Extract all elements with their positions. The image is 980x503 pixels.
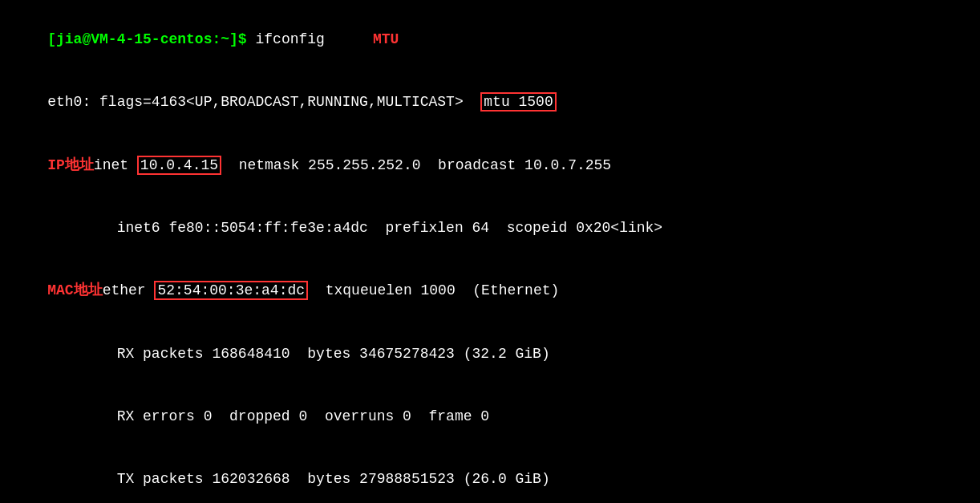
eth0-flags-line: eth0: flags=4163<UP,BROADCAST,RUNNING,MU…	[13, 71, 967, 133]
inet-prefix: inet	[94, 157, 137, 173]
mtu-annotation: MTU	[373, 31, 399, 47]
eth0-rx-errors-text: RX errors 0 dropped 0 overruns 0 frame 0	[47, 408, 489, 424]
mac-label: MAC地址	[47, 282, 102, 298]
mtu-value-boxed: mtu 1500	[480, 92, 556, 112]
eth0-tx-packets-line: TX packets 162032668 bytes 27988851523 (…	[13, 448, 967, 503]
ether-suffix: txqueuelen 1000 (Ethernet)	[308, 282, 559, 298]
ether-prefix: ether	[103, 282, 155, 298]
ip-label: IP地址	[47, 157, 94, 173]
eth0-inet-line: IP地址inet 10.0.4.15 netmask 255.255.252.0…	[13, 134, 967, 197]
prompt: [jia@VM-4-15-centos:~]$	[47, 31, 246, 47]
eth0-flags-text: eth0: flags=4163<UP,BROADCAST,RUNNING,MU…	[47, 94, 480, 110]
mac-address-boxed: 52:54:00:3e:a4:dc	[154, 281, 308, 300]
eth0-tx-packets-text: TX packets 162032668 bytes 27988851523 (…	[47, 471, 550, 487]
eth0-ether-line: MAC地址ether 52:54:00:3e:a4:dc txqueuelen …	[13, 259, 967, 322]
terminal-window: [jia@VM-4-15-centos:~]$ ifconfigMTU eth0…	[13, 8, 967, 503]
inet-suffix: netmask 255.255.252.0 broadcast 10.0.7.2…	[221, 157, 611, 173]
eth0-inet6-line: inet6 fe80::5054:ff:fe3e:a4dc prefixlen …	[13, 197, 967, 259]
prompt-line: [jia@VM-4-15-centos:~]$ ifconfigMTU	[13, 8, 967, 71]
ip-address-boxed: 10.0.4.15	[137, 156, 221, 175]
eth0-rx-packets-text: RX packets 168648410 bytes 34675278423 (…	[47, 346, 550, 362]
command: ifconfig	[247, 31, 325, 47]
eth0-rx-errors-line: RX errors 0 dropped 0 overruns 0 frame 0	[13, 385, 967, 448]
eth0-rx-packets-line: RX packets 168648410 bytes 34675278423 (…	[13, 322, 967, 384]
eth0-inet6-text: inet6 fe80::5054:ff:fe3e:a4dc prefixlen …	[47, 220, 662, 236]
